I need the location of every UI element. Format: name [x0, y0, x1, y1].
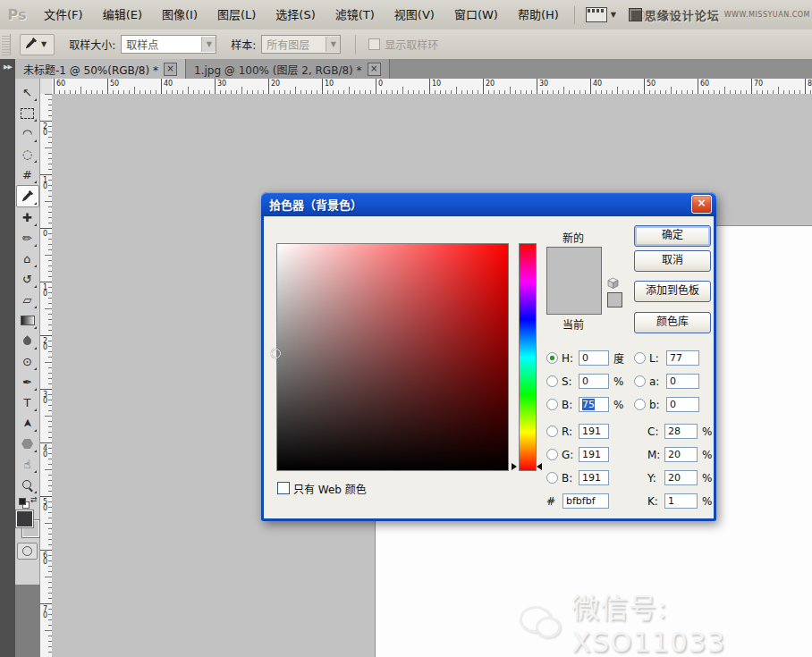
menu-item-8[interactable]: 窗口(W): [444, 0, 508, 29]
field-unit-y: %: [702, 472, 712, 484]
menu-item-5[interactable]: 选择(S): [266, 0, 325, 29]
shape-tool-icon[interactable]: [17, 434, 38, 454]
ruler-number: 70: [41, 605, 49, 618]
menu-item-2[interactable]: 编辑(E): [93, 0, 152, 29]
crop-tool-icon[interactable]: #: [17, 164, 38, 185]
radio-l[interactable]: [634, 352, 646, 364]
dialog-title-bar[interactable]: 拾色器（背景色） ×: [261, 192, 716, 216]
menu-item-4[interactable]: 图层(L): [207, 0, 266, 29]
chevron-down-icon[interactable]: ▼: [611, 11, 616, 19]
eyedropper-tool-icon[interactable]: [16, 185, 39, 207]
ruler-number: 40: [164, 80, 173, 88]
sample-select[interactable]: 所有图层 ▼: [261, 35, 341, 54]
default-colors-icon[interactable]: ⇄: [17, 495, 38, 508]
web-colors-only-checkbox[interactable]: [277, 482, 290, 494]
field-input-y[interactable]: 20: [664, 470, 698, 485]
menu-item-9[interactable]: 帮助(H): [508, 0, 569, 29]
vertical-ruler: 2010010203040506070: [40, 94, 53, 657]
field-unit-h: 度: [613, 350, 624, 366]
hue-slider[interactable]: [519, 243, 537, 471]
pen-tool-icon[interactable]: ✒: [17, 372, 38, 392]
active-tool-chip[interactable]: ▼: [20, 34, 55, 55]
dialog-close-button[interactable]: ×: [691, 195, 712, 214]
hex-input[interactable]: bfbfbf: [562, 493, 609, 509]
hue-slider-left-arrow-icon[interactable]: [512, 463, 517, 470]
tab-untitled-1[interactable]: 未标题-1 @ 50%(RGB/8) * ×: [15, 59, 186, 79]
field-input-b-lab[interactable]: 0: [666, 397, 699, 412]
path-selection-tool-icon[interactable]: ➤: [17, 413, 38, 434]
sample-size-select[interactable]: 取样点 ▼: [121, 35, 216, 54]
field-input-c[interactable]: 28: [664, 424, 698, 439]
swap-colors-icon[interactable]: ⇄: [30, 495, 38, 504]
web-safe-color-swatch[interactable]: [607, 292, 622, 307]
field-input-b-rgb[interactable]: 191: [579, 470, 609, 485]
field-input-h[interactable]: 0: [579, 350, 609, 366]
field-input-b-hsb[interactable]: 75: [579, 397, 609, 412]
field-label-r: R:: [562, 425, 579, 438]
ok-button[interactable]: 确定: [634, 225, 711, 247]
quick-selection-tool-icon[interactable]: ◌: [17, 144, 38, 164]
tool-preset-chevron-icon: ▼: [41, 40, 47, 48]
close-icon[interactable]: ×: [368, 63, 381, 76]
color-field-marker[interactable]: [271, 349, 281, 358]
type-tool-icon[interactable]: T: [17, 392, 38, 413]
show-sampling-ring-checkbox[interactable]: [368, 38, 380, 50]
radio-a[interactable]: [634, 375, 646, 387]
radio-g[interactable]: [546, 449, 558, 460]
history-brush-tool-icon[interactable]: ↺: [17, 269, 38, 290]
field-input-m[interactable]: 20: [664, 447, 698, 462]
color-picker-dialog: 拾色器（背景色） × 新的 当前 确定 取消 添加到色板 颜色库 # bfbfb…: [261, 192, 716, 521]
hue-slider-right-arrow-icon[interactable]: [537, 463, 542, 470]
radio-b-hsb[interactable]: [546, 399, 558, 410]
dodge-tool-icon[interactable]: ⊙: [17, 351, 38, 372]
field-input-l[interactable]: 77: [666, 350, 699, 366]
ruler-number: 60: [56, 80, 65, 88]
ruler-major-tick: [40, 442, 52, 443]
saturation-brightness-field[interactable]: [276, 243, 509, 471]
web-colors-only-label: 只有 Web 颜色: [293, 481, 367, 496]
brush-tool-icon[interactable]: ✏: [17, 228, 38, 248]
field-input-a[interactable]: 0: [666, 374, 699, 389]
canvas-watermark: 微信号: XSO11033: [520, 585, 812, 657]
rectangular-marquee-tool-icon[interactable]: [17, 103, 38, 123]
radio-h[interactable]: [546, 352, 558, 364]
radio-b-lab[interactable]: [634, 399, 646, 410]
color-libraries-button[interactable]: 颜色库: [634, 312, 711, 333]
gradient-tool-icon[interactable]: [17, 310, 38, 331]
field-label-m: M:: [647, 449, 664, 461]
tab-1-jpg[interactable]: 1.jpg @ 100% (图层 2, RGB/8) * ×: [186, 59, 390, 79]
cancel-button[interactable]: 取消: [634, 250, 711, 272]
blur-tool-icon[interactable]: [17, 331, 38, 351]
radio-s[interactable]: [546, 375, 558, 387]
view-extras-icon[interactable]: [586, 7, 607, 22]
field-input-k[interactable]: 1: [664, 493, 698, 509]
lasso-tool-icon[interactable]: ◠: [17, 123, 38, 144]
menu-item-3[interactable]: 图像(I): [152, 0, 207, 29]
quick-mask-mode-icon[interactable]: [17, 543, 38, 560]
menu-item-6[interactable]: 滤镜(T): [326, 0, 385, 29]
add-to-swatches-button[interactable]: 添加到色板: [634, 281, 711, 302]
foreground-color-swatch[interactable]: [16, 510, 33, 527]
zoom-tool-icon[interactable]: [17, 475, 38, 495]
menu-item-1[interactable]: 文件(F): [34, 0, 93, 29]
menu-item-7[interactable]: 视图(V): [385, 0, 444, 29]
hand-tool-icon[interactable]: ☝: [17, 454, 38, 475]
radio-r[interactable]: [546, 425, 558, 437]
web-safe-cube-icon[interactable]: [606, 276, 620, 293]
spot-healing-brush-tool-icon[interactable]: ✚: [17, 207, 38, 228]
photoshop-window: Ps 文件(F)编辑(E)图像(I)图层(L)选择(S)滤镜(T)视图(V)窗口…: [0, 0, 812, 657]
close-icon[interactable]: ×: [164, 63, 177, 76]
radio-b-rgb[interactable]: [546, 472, 558, 484]
field-input-g[interactable]: 191: [579, 447, 609, 462]
expand-panels-icon[interactable]: ▶▶: [0, 59, 15, 71]
photoshop-logo: Ps: [0, 6, 34, 23]
ruler-number: 60: [700, 80, 709, 88]
field-input-s[interactable]: 0: [579, 374, 609, 389]
move-tool-icon[interactable]: ↖: [17, 82, 38, 103]
ruler-major-tick: [698, 79, 698, 94]
clone-stamp-tool-icon[interactable]: ⌂: [17, 248, 38, 269]
field-label-b-rgb: B:: [562, 472, 579, 484]
field-input-r[interactable]: 191: [579, 424, 609, 439]
eraser-tool-icon[interactable]: ▱: [17, 290, 38, 310]
options-grip-handle[interactable]: [2, 34, 11, 55]
